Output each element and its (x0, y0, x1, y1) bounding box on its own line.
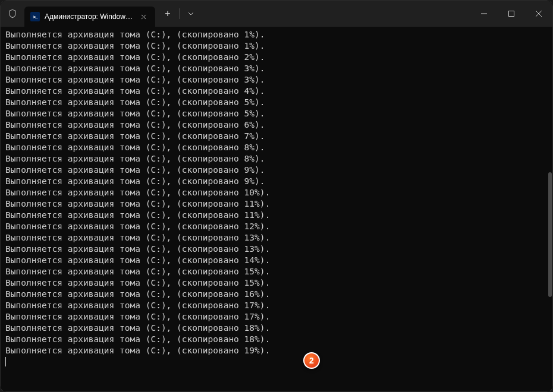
terminal-line: Выполняется архивация тома (C:), (скопир… (5, 165, 548, 176)
terminal-line: Выполняется архивация тома (C:), (скопир… (5, 74, 548, 86)
terminal-line: Выполняется архивация тома (C:), (скопир… (5, 323, 548, 334)
powershell-icon (30, 12, 40, 21)
tab-divider (179, 8, 180, 19)
terminal-line: Выполняется архивация тома (C:), (скопир… (5, 345, 548, 356)
terminal-line: Выполняется архивация тома (C:), (скопир… (5, 131, 548, 142)
terminal-line: Выполняется архивация тома (C:), (скопир… (5, 86, 548, 97)
cursor (5, 357, 6, 366)
terminal-line: Выполняется архивация тома (C:), (скопир… (5, 40, 548, 52)
terminal-line: Выполняется архивация тома (C:), (скопир… (5, 153, 548, 165)
terminal-line: Выполняется архивация тома (C:), (скопир… (5, 52, 548, 63)
terminal-line: Выполняется архивация тома (C:), (скопир… (5, 244, 548, 255)
annotation-number: 2 (309, 356, 314, 365)
terminal-output[interactable]: Выполняется архивация тома (C:), (скопир… (1, 27, 552, 391)
terminal-line: Выполняется архивация тома (C:), (скопир… (5, 29, 548, 40)
terminal-line: Выполняется архивация тома (C:), (скопир… (5, 277, 548, 289)
new-tab-button[interactable]: + (159, 5, 177, 23)
terminal-line: Выполняется архивация тома (C:), (скопир… (5, 300, 548, 311)
active-tab[interactable]: Администратор: Windows Po (24, 7, 155, 27)
terminal-line: Выполняется архивация тома (C:), (скопир… (5, 142, 548, 153)
terminal-line: Выполняется архивация тома (C:), (скопир… (5, 255, 548, 266)
svg-rect-3 (509, 11, 514, 17)
terminal-line: Выполняется архивация тома (C:), (скопир… (5, 108, 548, 119)
terminal-line: Выполняется архивация тома (C:), (скопир… (5, 334, 548, 345)
terminal-line: Выполняется архивация тома (C:), (скопир… (5, 210, 548, 221)
terminal-line: Выполняется архивация тома (C:), (скопир… (5, 63, 548, 74)
terminal-line: Выполняется архивация тома (C:), (скопир… (5, 311, 548, 323)
terminal-line: Выполняется архивация тома (C:), (скопир… (5, 221, 548, 232)
shield-icon (8, 9, 17, 18)
chevron-down-icon (188, 11, 194, 17)
terminal-line: Выполняется архивация тома (C:), (скопир… (5, 176, 548, 187)
minimize-button[interactable] (470, 1, 498, 27)
scrollbar-thumb[interactable] (548, 172, 552, 297)
titlebar: Администратор: Windows Po + (1, 1, 552, 27)
scrollbar[interactable] (548, 30, 552, 386)
tab-dropdown-button[interactable] (182, 5, 200, 23)
terminal-line: Выполняется архивация тома (C:), (скопир… (5, 232, 548, 244)
terminal-line: Выполняется архивация тома (C:), (скопир… (5, 119, 548, 131)
terminal-line: Выполняется архивация тома (C:), (скопир… (5, 187, 548, 198)
tab-title: Администратор: Windows Po (45, 12, 134, 21)
terminal-line: Выполняется архивация тома (C:), (скопир… (5, 97, 548, 108)
terminal-line: Выполняется архивация тома (C:), (скопир… (5, 289, 548, 300)
maximize-button[interactable] (498, 1, 525, 27)
window-controls (470, 1, 552, 27)
titlebar-left: Администратор: Windows Po + (1, 1, 470, 27)
shield-icon-wrap (1, 1, 24, 27)
terminal-line: Выполняется архивация тома (C:), (скопир… (5, 198, 548, 210)
terminal-line: Выполняется архивация тома (C:), (скопир… (5, 266, 548, 277)
close-window-button[interactable] (525, 1, 552, 27)
close-tab-button[interactable] (139, 12, 148, 21)
terminal-window: Администратор: Windows Po + (0, 0, 553, 392)
annotation-badge: 2 (303, 352, 320, 369)
